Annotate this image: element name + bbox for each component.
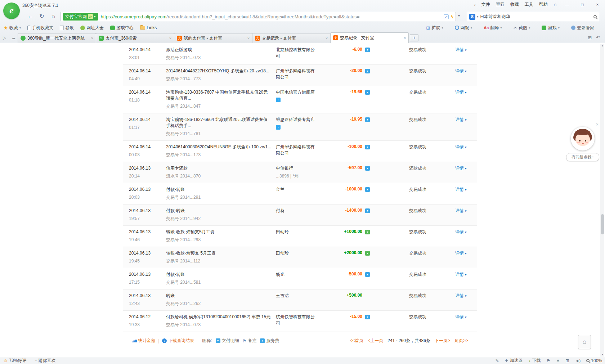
payment-detail-icon[interactable]: ▾ [365,315,370,319]
address-dropdown-icon[interactable]: ▾ [458,14,460,18]
helper-avatar[interactable] [571,127,595,150]
scrollbar-thumb[interactable] [601,214,604,234]
bookmark-游戏中心[interactable]: 游戏中心 [110,25,134,31]
detail-link[interactable]: 详情▾ [455,293,467,298]
payment-detail-icon[interactable]: ▾ [365,90,370,95]
detail-link[interactable]: 详情▾ [455,144,467,149]
tab-close-icon[interactable]: × [169,36,171,40]
vertical-scrollbar[interactable]: ▴ ▾ [600,44,604,357]
browser-tab[interactable]: 支 我的支付宝 - 支付宝 × [174,33,252,43]
search-engine-caret-icon[interactable]: ▾ [477,15,479,18]
detail-link[interactable]: 详情▾ [455,90,467,95]
site-verified-badge[interactable]: 支付宝官网 证 ▾ [63,13,98,21]
helper-close-icon[interactable]: × [596,122,599,127]
recently-closed-icon[interactable]: ↶ [596,35,600,40]
detail-link[interactable]: 详情▾ [455,272,467,277]
browser-tab[interactable]: 支 交易记录 - 支付宝 × [252,33,331,43]
speaker-icon[interactable]: ◄) [575,358,581,363]
layout-icon[interactable]: ⊞ [565,358,569,363]
detail-link[interactable]: 详情▾ [455,117,467,122]
payment-detail-icon[interactable]: ▾ [365,166,370,171]
back-button[interactable]: ← [26,12,35,21]
close-button[interactable]: × [593,2,602,7]
back-to-top-button[interactable]: ⌂ [578,335,591,349]
rating-item[interactable]: ☺ 73%好评 [3,358,26,364]
clean-icon[interactable]: ∗ [556,358,560,363]
payment-detail-icon[interactable]: ▾ [365,230,370,234]
tab-close-icon[interactable]: × [326,36,328,40]
refresh-button[interactable]: ↻ [37,12,46,21]
menu-expand-icon[interactable]: › [474,2,476,7]
bookmark-手机收藏夹[interactable]: 手机收藏夹 [27,25,53,31]
menu-view[interactable]: 查看 [496,1,505,8]
tool-网银[interactable]: 网银 ▾ [455,25,472,31]
download-item[interactable]: ↓ 下载 [529,358,541,364]
tool-扩展[interactable]: ⊞ 扩展 ▾ [426,25,443,31]
share-icon[interactable]: ↗ [444,14,449,19]
payment-detail-icon[interactable]: ▾ [365,69,370,73]
tool-登录管家[interactable]: 登录管家 [571,25,594,31]
tile-windows-icon[interactable]: ⊞ [588,35,592,40]
payment-detail-icon[interactable]: ▾ [365,187,370,192]
tab-close-icon[interactable]: × [247,36,250,40]
search-engine-icon[interactable]: S [469,14,475,20]
accelerator-item[interactable]: ✈ 加速器 [505,358,523,364]
detail-link[interactable]: 详情▾ [455,229,467,234]
browser-tab[interactable]: S 支付宝_360搜索 × [96,33,174,43]
bookmark-谷歌[interactable]: 谷歌 [60,25,74,31]
tab-close-icon[interactable]: × [404,36,406,40]
report-flag-icon[interactable]: ⚑ [547,358,551,363]
detail-link[interactable]: 详情▾ [455,47,467,52]
payment-detail-icon[interactable]: ▾ [365,272,370,277]
cloud-sync-icon[interactable]: ☁ [11,35,15,40]
home-button[interactable]: ⌂ [49,12,58,21]
maximize-button[interactable]: □ [578,2,587,7]
skin-theme-icon[interactable]: ∩ [554,2,557,7]
download-results-link[interactable]: ↓ 下载查询结果 [162,338,194,344]
detail-link[interactable]: 详情▾ [455,68,467,73]
detail-link[interactable]: 详情▾ [455,208,467,213]
menu-favorites[interactable]: 收藏 [510,1,519,8]
payment-detail-icon[interactable]: ▾ [365,48,370,52]
bookmark-Links[interactable]: Links [140,25,157,30]
menu-help[interactable]: 帮助 [539,1,548,8]
zoom-item[interactable]: 100% [586,358,602,363]
detail-link[interactable]: 详情▾ [455,187,467,192]
scroll-down-icon[interactable]: ▾ [600,352,605,357]
browser-tab[interactable]: 支 交易记录 - 支付宝 × [330,32,409,43]
stats-link[interactable]: ▂▅▇ 统计金额 [132,338,155,344]
search-box[interactable]: S ▾ 日本前首相访华 [467,12,599,21]
seller-chat-icon[interactable]: ◦ [276,98,281,102]
payment-detail-icon[interactable]: ▾ [365,208,370,213]
scroll-up-icon[interactable]: ▴ [600,44,605,48]
address-bar[interactable]: 支付宝官网 证 ▾ https://consumeprod.alipay.com… [60,12,456,21]
tool-游戏[interactable]: 游戏 ▾ [542,25,560,31]
pagination-next[interactable]: 下一页> [435,338,450,344]
minimize-button[interactable]: — [563,2,572,7]
browser-tab[interactable]: 360导航_新一代安全上网导航 × [18,33,96,43]
tool-翻译[interactable]: Aa 翻译 ▾ [484,25,502,31]
bookmark-网址大全[interactable]: 网址大全 [80,25,104,31]
pen-icon[interactable]: ✎ [495,358,499,363]
tool-截图[interactable]: ✂ 截图 ▾ [514,25,530,31]
detail-link[interactable]: 详情▾ [455,166,467,171]
payment-detail-icon[interactable]: ▾ [365,145,370,149]
detail-link[interactable]: 详情▾ [455,251,467,256]
tab-close-icon[interactable]: × [91,36,93,40]
bookmark-收藏[interactable]: ★ 收藏 ▾ [4,25,21,31]
pagination-last[interactable]: 尾页>> [454,338,468,344]
helper-tooltip[interactable]: 有问题点我~ [566,153,599,161]
new-tab-button[interactable]: + [410,34,418,41]
sidebar-toggle-icon[interactable]: ▷ [3,35,6,40]
pagination-prev[interactable]: <上一页 [368,338,383,344]
guess-you-like-item[interactable]: ◔ 猜你喜欢 [34,358,55,364]
detail-link[interactable]: 详情▾ [455,314,467,319]
pagination-first[interactable]: <<首页 [350,338,363,344]
menu-file[interactable]: 文件 [481,1,490,8]
payment-detail-icon[interactable]: ▾ [365,251,370,256]
seller-chat-icon[interactable]: ◦ [276,125,281,130]
payment-detail-icon[interactable]: ▾ [365,117,370,122]
speed-mode-icon[interactable]: ϟ [451,14,453,19]
search-icon[interactable] [593,15,597,18]
menu-tools[interactable]: 工具 [525,1,533,8]
